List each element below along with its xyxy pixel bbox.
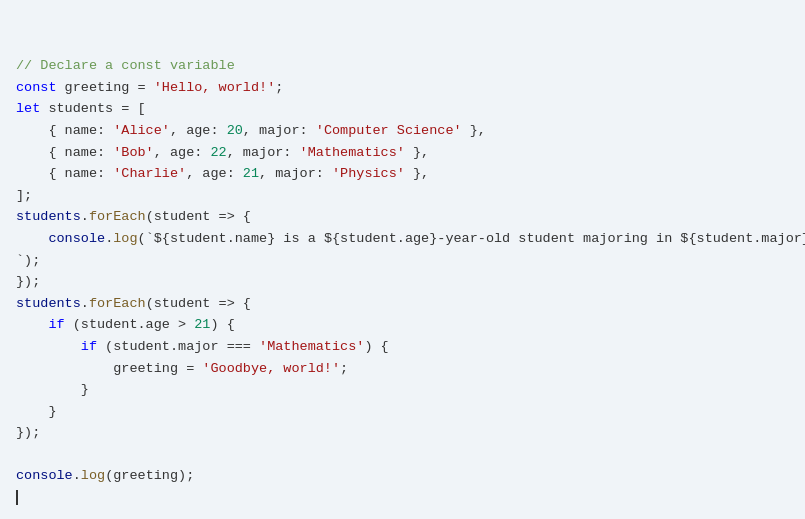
number-token: 21 bbox=[243, 166, 259, 181]
plain-token: (student => { bbox=[146, 296, 251, 311]
code-line bbox=[16, 444, 789, 466]
code-line: if (student.age > 21) { bbox=[16, 314, 789, 336]
code-line: { name: 'Charlie', age: 21, major: 'Phys… bbox=[16, 163, 789, 185]
plain-token: . bbox=[81, 209, 89, 224]
code-line: console.log(`${student.name} is a ${stud… bbox=[16, 228, 789, 250]
code-line: let students = [ bbox=[16, 98, 789, 120]
plain-token: , age: bbox=[170, 123, 227, 138]
plain-token: , major: bbox=[259, 166, 332, 181]
string-token: 'Computer Science' bbox=[316, 123, 462, 138]
plain-token: ; bbox=[340, 361, 348, 376]
plain-token: { name: bbox=[16, 123, 113, 138]
keyword-token: if bbox=[81, 339, 97, 354]
number-token: 22 bbox=[210, 145, 226, 160]
code-line: ]; bbox=[16, 185, 789, 207]
plain-token: { name: bbox=[16, 145, 113, 160]
plain-token: ; bbox=[275, 80, 283, 95]
function-name-token: log bbox=[113, 231, 137, 246]
variable-token: students bbox=[16, 209, 81, 224]
code-line: { name: 'Bob', age: 22, major: 'Mathemat… bbox=[16, 142, 789, 164]
plain-token: , major: bbox=[243, 123, 316, 138]
plain-token: . bbox=[73, 468, 81, 483]
code-content: // Declare a const variableconst greetin… bbox=[16, 12, 789, 509]
string-token: 'Charlie' bbox=[113, 166, 186, 181]
plain-token: (student.major === bbox=[97, 339, 259, 354]
code-line: if (student.major === 'Mathematics') { bbox=[16, 336, 789, 358]
plain-token: (student => { bbox=[146, 209, 251, 224]
plain-token: ]; bbox=[16, 188, 32, 203]
code-line: }); bbox=[16, 422, 789, 444]
plain-token: greeting = bbox=[57, 80, 154, 95]
number-token: 21 bbox=[194, 317, 210, 332]
code-line: }); bbox=[16, 271, 789, 293]
keyword-token: let bbox=[16, 101, 40, 116]
plain-token: students = [ bbox=[40, 101, 145, 116]
code-line: { name: 'Alice', age: 20, major: 'Comput… bbox=[16, 120, 789, 142]
variable-token: students bbox=[16, 296, 81, 311]
code-line: console.log(greeting); bbox=[16, 465, 789, 487]
code-line: students.forEach(student => { bbox=[16, 206, 789, 228]
plain-token: `); bbox=[16, 253, 40, 268]
string-token: 'Goodbye, world!' bbox=[202, 361, 340, 376]
plain-token: ) { bbox=[364, 339, 388, 354]
code-line: greeting = 'Goodbye, world!'; bbox=[16, 358, 789, 380]
string-token: 'Mathematics' bbox=[300, 145, 405, 160]
string-token: 'Bob' bbox=[113, 145, 154, 160]
function-name-token: log bbox=[81, 468, 105, 483]
plain-token: { name: bbox=[16, 166, 113, 181]
string-token: 'Hello, world!' bbox=[154, 80, 276, 95]
plain-token bbox=[16, 339, 81, 354]
plain-token: }); bbox=[16, 274, 40, 289]
plain-token: , age: bbox=[186, 166, 243, 181]
number-token: 20 bbox=[227, 123, 243, 138]
plain-token bbox=[16, 317, 48, 332]
keyword-token: const bbox=[16, 80, 57, 95]
function-name-token: forEach bbox=[89, 209, 146, 224]
plain-token: (student.age > bbox=[65, 317, 195, 332]
text-cursor bbox=[16, 490, 18, 505]
code-line: const greeting = 'Hello, world!'; bbox=[16, 77, 789, 99]
code-editor[interactable]: // Declare a const variableconst greetin… bbox=[0, 0, 805, 519]
string-token: 'Alice' bbox=[113, 123, 170, 138]
plain-token: . bbox=[81, 296, 89, 311]
plain-token: (`${student.name} is a ${student.age}-ye… bbox=[138, 231, 805, 246]
function-name-token: forEach bbox=[89, 296, 146, 311]
plain-token: }, bbox=[405, 166, 429, 181]
code-line: // Declare a const variable bbox=[16, 55, 789, 77]
plain-token: greeting = bbox=[16, 361, 202, 376]
comment-token: // Declare a const variable bbox=[16, 58, 235, 73]
variable-token: console bbox=[16, 468, 73, 483]
code-line: students.forEach(student => { bbox=[16, 293, 789, 315]
plain-token: (greeting); bbox=[105, 468, 194, 483]
string-token: 'Physics' bbox=[332, 166, 405, 181]
plain-token: }, bbox=[462, 123, 486, 138]
code-line bbox=[16, 487, 789, 509]
string-token: 'Mathematics' bbox=[259, 339, 364, 354]
code-line: } bbox=[16, 401, 789, 423]
keyword-token: if bbox=[48, 317, 64, 332]
plain-token: } bbox=[16, 404, 57, 419]
variable-token: console bbox=[48, 231, 105, 246]
plain-token: ) { bbox=[210, 317, 234, 332]
plain-token: }); bbox=[16, 425, 40, 440]
plain-token: }, bbox=[405, 145, 429, 160]
plain-token: } bbox=[16, 382, 89, 397]
code-line: } bbox=[16, 379, 789, 401]
plain-token: , age: bbox=[154, 145, 211, 160]
code-line: `); bbox=[16, 250, 789, 272]
plain-token: , major: bbox=[227, 145, 300, 160]
plain-token bbox=[16, 231, 48, 246]
